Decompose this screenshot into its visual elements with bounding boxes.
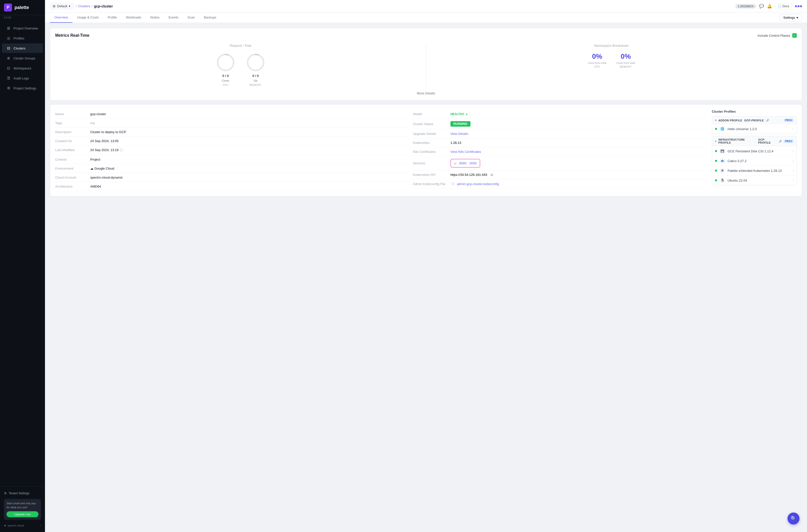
tenant-settings-label: Tenant Settings: [9, 492, 30, 495]
tab-scan[interactable]: Scan: [183, 13, 200, 23]
memory-label: MEMORY: [249, 84, 262, 87]
chat-icon[interactable]: 💬: [759, 4, 764, 8]
search-fab-button[interactable]: 🔍: [788, 513, 800, 525]
service-port2-link[interactable]: :3000: [468, 162, 477, 165]
ns-cpu-pct: 0%: [592, 53, 602, 60]
tab-profile[interactable]: Profile: [103, 13, 121, 23]
health-label-health: Health: [413, 112, 448, 116]
settings-button[interactable]: Settings ▾: [780, 14, 802, 21]
health-label-k8s-certs: K8s Certificates: [413, 150, 448, 154]
chevron-down-icon: ▾: [715, 119, 716, 122]
link-icon: 🔗: [779, 140, 782, 142]
sidebar-item-workspaces[interactable]: ⊡ Workspaces: [2, 63, 43, 73]
grid-small-icon: ⊞: [53, 4, 55, 8]
calico-icon: 🐟: [719, 158, 725, 164]
sidebar-item-label-clusters: Clusters: [14, 46, 25, 50]
cluster-detail-card: Name gcp-cluster Tags n/a Description Cl…: [50, 104, 802, 196]
sidebar-item-project-overview[interactable]: ⊞ Project Overview: [2, 23, 43, 33]
health-label-status: Cluster Status: [413, 122, 448, 126]
sidebar-item-project-settings[interactable]: ⚙ Project Settings: [2, 83, 43, 93]
profile-item-calico[interactable]: 🐟 Calico 3.27.2 ›: [712, 156, 796, 166]
health-row-k8s-certs: K8s Certificates View K8s Certificates: [413, 147, 707, 156]
info-label-cloud-account: Cloud Account: [55, 176, 90, 179]
sidebar-item-label-audit-logs: Audit Logs: [14, 76, 29, 80]
search-icon: 🔍: [790, 515, 797, 521]
health-label-kubernetes: Kubernetes: [413, 141, 448, 145]
tab-workloads[interactable]: Workloads: [121, 13, 146, 23]
docs-button[interactable]: 📄 Docs: [775, 3, 792, 9]
info-row-architecture: Architecture AMD64: [55, 182, 408, 191]
profile-item-gce-disk[interactable]: 💾 GCE Persistent Disk CSI 1.12.4 ›: [712, 146, 796, 156]
info-label-created-on: Created On: [55, 139, 90, 143]
spectro-cloud-label: spectro cloud: [7, 524, 24, 527]
ns-memory-stat: 0% Used from total MEMORY: [616, 53, 635, 68]
sidebar-logo[interactable]: P palette: [0, 0, 45, 15]
workspace-selector[interactable]: ⊞ Default ▾: [50, 3, 73, 9]
cpu-value: 0 / 0: [222, 74, 229, 78]
palette-logo-icon: P: [4, 3, 12, 12]
more-details-link[interactable]: More Details: [55, 91, 797, 95]
tabs-bar: Overview Usage & Costs Profile Workloads…: [45, 13, 807, 23]
profile-status-dot: [715, 128, 717, 130]
svg-point-0: [218, 54, 233, 71]
upgrade-now-button[interactable]: Upgrade now: [6, 511, 38, 517]
tab-usage-costs[interactable]: Usage & Costs: [73, 13, 103, 23]
profile-status-dot: [715, 160, 717, 162]
info-row-cloud-account: Cloud Account spectro-cloud-dynamic: [55, 173, 408, 182]
info-value-created-on: 24 Sep 2024, 13:05: [90, 139, 119, 143]
service-port1-link[interactable]: :8080: [458, 162, 467, 165]
sidebar-item-cluster-groups[interactable]: ⊛ Cluster Groups: [2, 54, 43, 63]
view-details-link[interactable]: View Details: [450, 132, 468, 136]
upgrade-box: Start small and only pay for what you us…: [4, 499, 41, 520]
view-k8s-certs-link[interactable]: View K8s Certificates: [450, 150, 481, 154]
metrics-title: Metrics Real-Time: [55, 33, 90, 38]
cpu-unit: Cores: [222, 79, 229, 82]
info-row-context: Context Project: [55, 155, 408, 164]
ns-memory-pct: 0%: [621, 53, 631, 60]
sidebar-item-clusters[interactable]: ⊟ Clusters: [2, 43, 43, 53]
metrics-right-panel: Namespace Breakdown 0% Used from total C…: [426, 44, 797, 87]
ns-memory-label: MEMORY: [620, 65, 632, 68]
topbar-right: 1.29/100kCh 💬 🔔 📄 Docs: [735, 3, 802, 9]
info-icon-last-modified[interactable]: ⓘ: [120, 148, 123, 152]
request-total-label: Request / Total: [230, 44, 251, 48]
infra-profile-group-header[interactable]: ▾ INFRASTRUCTURE PROFILE GCP-PROFILE 🔗 P…: [712, 136, 796, 146]
info-row-tags: Tags n/a: [55, 119, 408, 128]
workspace-label: Default: [57, 4, 67, 8]
info-value-description: Cluster to deploy to GCP.: [90, 130, 127, 134]
profile-item-palette-k8s[interactable]: ☸ Palette eXtended Kubernetes 1.28.13 ›: [712, 166, 796, 175]
health-row-kubernetes: Kubernetes 1.28.13: [413, 138, 707, 147]
chevron-down-icon: ▾: [715, 140, 716, 142]
copy-icon[interactable]: ⧉: [491, 173, 493, 176]
memory-gauge: [246, 53, 266, 72]
health-label-services: Services: [413, 162, 448, 165]
tenant-settings-item[interactable]: ⚙ Tenant Settings: [4, 490, 41, 497]
tab-events[interactable]: Events: [164, 13, 183, 23]
include-cp-checkbox[interactable]: ✓: [792, 33, 797, 38]
sidebar-item-profiles[interactable]: ◎ Profiles: [2, 34, 43, 43]
spectro-cloud-footer[interactable]: ◈ spectro cloud ‹: [4, 522, 41, 529]
sidebar-item-audit-logs[interactable]: ☰ Audit Logs: [2, 73, 43, 83]
info-icon-kubeconfig[interactable]: ⓘ: [451, 182, 454, 186]
profile-item-hello-universe[interactable]: 🌐 Hello Universe 1.2.0 ›: [712, 124, 796, 134]
info-value-cloud-account: spectro-cloud-dynamic: [90, 176, 123, 179]
info-row-name: Name gcp-cluster: [55, 110, 408, 119]
profile-status-dot: [715, 179, 717, 181]
kubeconfig-link[interactable]: admin.gcp-cluster.kubeconfig: [457, 182, 499, 186]
info-row-description: Description Cluster to deploy to GCP.: [55, 128, 408, 137]
tab-nodes[interactable]: Nodes: [146, 13, 164, 23]
info-value-environment: ☁ Google Cloud: [90, 167, 114, 170]
bell-icon[interactable]: 🔔: [767, 4, 772, 8]
breadcrumb-clusters-link[interactable]: Clusters: [78, 4, 90, 8]
cluster-status-badge: RUNNING: [450, 121, 470, 127]
include-control-planes[interactable]: Include Control Planes ✓: [757, 33, 797, 38]
profile-item-label: Hello Universe 1.2.0: [728, 127, 757, 131]
tab-backups[interactable]: Backups: [200, 13, 221, 23]
user-avatar[interactable]: [795, 5, 802, 7]
profile-item-ubuntu[interactable]: 🐧 Ubuntu 22.04 ›: [712, 175, 796, 185]
avatar-dot-3: [800, 5, 802, 7]
addon-profile-group-header[interactable]: ▾ ADDON PROFILE GCP-PROFILE 🔗 PROJ: [712, 117, 796, 124]
settings-icon: ⚙: [6, 86, 11, 90]
tab-overview[interactable]: Overview: [50, 13, 73, 23]
settings-label: Settings: [783, 16, 795, 19]
